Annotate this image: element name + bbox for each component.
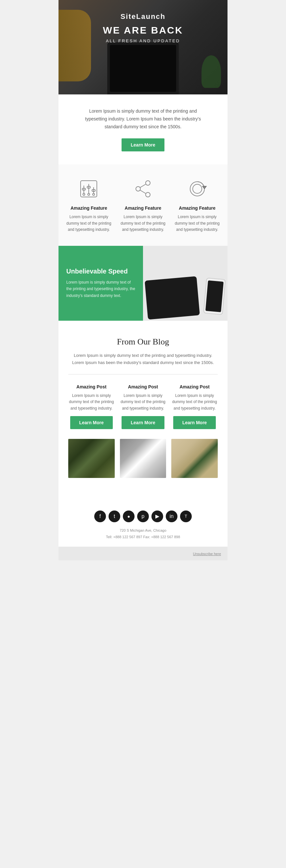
facebook-icon[interactable]: f <box>94 510 106 522</box>
feature-title-1: Amazing Feature <box>119 206 167 211</box>
blog-learn-more-button-2[interactable]: Learn More <box>173 416 216 429</box>
youtube-icon[interactable]: ▶ <box>151 510 163 522</box>
feature-text-0: Lorem Ipsum is simply dummy text of the … <box>65 214 113 233</box>
svg-line-14 <box>140 190 146 193</box>
logo-launch: Launch <box>136 12 166 21</box>
blog-posts-row: Amazing Post Lorem Ipsum is simply dummy… <box>68 384 218 429</box>
svg-point-8 <box>88 193 90 195</box>
address-line1: 720 S Michigan Ave, Chicago <box>65 527 221 534</box>
feature-title-0: Amazing Feature <box>65 206 113 211</box>
blog-divider <box>68 374 218 374</box>
linkedin-icon[interactable]: in <box>166 510 177 522</box>
address-line2: Tell: +888 122 567 897 Fax: +888 122 567… <box>65 534 221 540</box>
blog-title: From Our Blog <box>68 337 218 347</box>
feature-item-1: Amazing Feature Lorem Ipsum is simply du… <box>119 178 167 233</box>
blog-post-1: Amazing Post Lorem Ipsum is simply dummy… <box>120 384 167 429</box>
hero-title: WE ARE BACK <box>103 25 183 36</box>
feature-title-2: Amazing Feature <box>173 206 221 211</box>
blog-image-raccoon <box>68 439 115 478</box>
blog-learn-more-button-0[interactable]: Learn More <box>70 416 113 429</box>
social-icons-row: f t ● p ▶ in T <box>65 510 221 522</box>
svg-point-9 <box>93 193 95 195</box>
logo-site: Site <box>120 12 136 21</box>
hero-content: SiteLaunch WE ARE BACK ALL FRESH AND UPD… <box>103 12 183 43</box>
intro-section: Lorem Ipsum is simply dummy text of the … <box>59 94 227 164</box>
hero-chair-decoration <box>59 10 91 82</box>
speed-text: Lorem Ipsum is simply dummy text of the … <box>66 279 135 299</box>
refresh-icon <box>187 179 207 198</box>
unsubscribe-link[interactable]: Unsubscribe here <box>193 552 221 556</box>
hero-section: SiteLaunch WE ARE BACK ALL FRESH AND UPD… <box>59 0 227 94</box>
blog-post-title-2: Amazing Post <box>171 384 218 390</box>
blog-intro: Lorem Ipsum is simply dummy text of the … <box>68 352 218 366</box>
svg-point-7 <box>83 193 85 195</box>
instagram-icon[interactable]: ● <box>123 510 135 522</box>
feature-text-2: Lorem Ipsum is simply dummy text of the … <box>173 214 221 233</box>
speed-content: Unbelievable Speed Lorem Ipsum is simply… <box>59 246 143 321</box>
blog-image-river <box>171 439 218 478</box>
svg-point-16 <box>193 184 202 193</box>
svg-point-11 <box>146 192 150 197</box>
blog-section: From Our Blog Lorem Ipsum is simply dumm… <box>59 321 227 501</box>
twitter-icon[interactable]: t <box>109 510 120 522</box>
svg-point-12 <box>136 187 140 191</box>
svg-point-10 <box>146 181 150 185</box>
feature-icon-share <box>132 178 154 200</box>
hero-plant-decoration <box>202 55 221 88</box>
blog-post-0: Amazing Post Lorem Ipsum is simply dummy… <box>68 384 115 429</box>
blog-images-row <box>68 439 218 478</box>
hero-logo: SiteLaunch <box>103 12 183 21</box>
blog-post-text-0: Lorem Ipsum is simply dummy text of the … <box>68 393 115 411</box>
phone-screen <box>205 280 224 312</box>
blog-post-title-0: Amazing Post <box>68 384 115 390</box>
blog-learn-more-button-1[interactable]: Learn More <box>121 416 164 429</box>
tablet-decoration <box>145 276 200 319</box>
blog-image-flower <box>120 439 167 478</box>
features-section: Amazing Feature Lorem Ipsum is simply du… <box>59 164 227 246</box>
feature-icon-sliders <box>77 178 100 200</box>
phone-decoration <box>203 278 225 315</box>
intro-learn-more-button[interactable]: Learn More <box>121 138 164 151</box>
blog-post-2: Amazing Post Lorem Ipsum is simply dummy… <box>171 384 218 429</box>
blog-post-title-1: Amazing Post <box>120 384 167 390</box>
pinterest-icon[interactable]: p <box>137 510 149 522</box>
svg-line-13 <box>140 184 146 188</box>
intro-text: Lorem Ipsum is simply dummy text of the … <box>78 107 208 130</box>
blog-post-text-2: Lorem Ipsum is simply dummy text of the … <box>171 393 218 411</box>
feature-item-2: Amazing Feature Lorem Ipsum is simply du… <box>173 178 221 233</box>
share-icon <box>133 179 153 198</box>
feature-text-1: Lorem Ipsum is simply dummy text of the … <box>119 214 167 233</box>
tumblr-icon[interactable]: T <box>180 510 192 522</box>
social-section: f t ● p ▶ in T 720 S Michigan Ave, Chica… <box>59 501 227 547</box>
feature-item-0: Amazing Feature Lorem Ipsum is simply du… <box>65 178 113 233</box>
speed-section: Unbelievable Speed Lorem Ipsum is simply… <box>59 246 227 321</box>
sliders-icon <box>79 179 99 198</box>
hero-subtitle: ALL FRESH AND UPDATED <box>103 38 183 43</box>
blog-post-text-1: Lorem Ipsum is simply dummy text of the … <box>120 393 167 411</box>
svg-marker-17 <box>203 186 206 189</box>
hero-laptop-decoration <box>107 42 179 94</box>
speed-image <box>143 246 227 321</box>
email-wrapper: SiteLaunch WE ARE BACK ALL FRESH AND UPD… <box>59 0 227 560</box>
feature-icon-refresh <box>186 178 209 200</box>
speed-title: Unbelievable Speed <box>66 268 135 275</box>
unsubscribe-bar: Unsubscribe here <box>59 547 227 560</box>
